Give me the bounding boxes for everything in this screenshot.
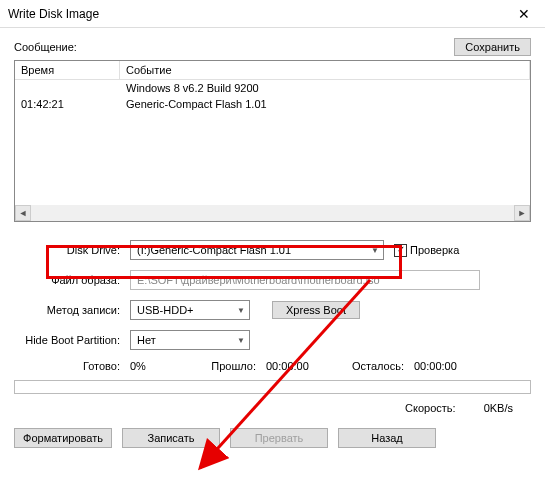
elapsed-label: Прошло: xyxy=(190,360,266,372)
chevron-down-icon: ▼ xyxy=(237,336,245,345)
elapsed-value: 00:00:00 xyxy=(266,360,342,372)
image-file-label: Файл образа: xyxy=(14,274,130,286)
image-file-value: E:\SOFT\драйвери\Motherboard\motherboard… xyxy=(137,274,380,286)
scroll-track[interactable] xyxy=(31,205,514,221)
verify-checkbox[interactable]: ✓ xyxy=(394,244,407,257)
write-method-value: USB-HDD+ xyxy=(137,304,194,316)
col-event-header: Событие xyxy=(120,61,530,79)
log-box: Время Событие Windows 8 v6.2 Build 9200 … xyxy=(14,60,531,222)
disk-drive-select[interactable]: (I:)Generic-Compact Flash 1.01 ▼ xyxy=(130,240,384,260)
write-method-label: Метод записи: xyxy=(14,304,130,316)
disk-drive-value: (I:)Generic-Compact Flash 1.01 xyxy=(137,244,291,256)
progress-bar xyxy=(14,380,531,394)
scroll-right-icon[interactable]: ► xyxy=(514,205,530,221)
hide-boot-value: Нет xyxy=(137,334,156,346)
log-cell-time: 01:42:21 xyxy=(15,96,120,112)
close-button[interactable]: ✕ xyxy=(503,0,545,28)
ready-label: Готово: xyxy=(14,360,130,372)
log-row: Windows 8 v6.2 Build 9200 xyxy=(15,80,530,96)
ready-value: 0% xyxy=(130,360,190,372)
scroll-left-icon[interactable]: ◄ xyxy=(15,205,31,221)
log-cell-event: Generic-Compact Flash 1.01 xyxy=(120,96,530,112)
chevron-down-icon: ▼ xyxy=(237,306,245,315)
message-label: Сообщение: xyxy=(14,41,77,53)
titlebar: Write Disk Image ✕ xyxy=(0,0,545,28)
verify-checkbox-wrap[interactable]: ✓ Проверка xyxy=(394,244,459,257)
write-method-select[interactable]: USB-HDD+ ▼ xyxy=(130,300,250,320)
xpress-boot-button[interactable]: Xpress Boot xyxy=(272,301,360,319)
log-cell-event: Windows 8 v6.2 Build 9200 xyxy=(120,80,530,96)
speed-label: Скорость: xyxy=(405,402,456,414)
speed-value: 0KB/s xyxy=(484,402,513,414)
remain-label: Осталось: xyxy=(342,360,414,372)
hide-boot-label: Hide Boot Partition: xyxy=(14,334,130,346)
log-row: 01:42:21 Generic-Compact Flash 1.01 xyxy=(15,96,530,112)
log-header: Время Событие xyxy=(15,61,530,80)
disk-drive-label: Disk Drive: xyxy=(14,244,130,256)
chevron-down-icon: ▼ xyxy=(371,246,379,255)
write-button[interactable]: Записать xyxy=(122,428,220,448)
close-icon: ✕ xyxy=(518,6,530,22)
back-button[interactable]: Назад xyxy=(338,428,436,448)
hide-boot-select[interactable]: Нет ▼ xyxy=(130,330,250,350)
image-file-input[interactable]: E:\SOFT\драйвери\Motherboard\motherboard… xyxy=(130,270,480,290)
col-time-header: Время xyxy=(15,61,120,79)
scrollbar-horizontal[interactable]: ◄ ► xyxy=(15,205,530,221)
format-button[interactable]: Форматировать xyxy=(14,428,112,448)
window-title: Write Disk Image xyxy=(8,7,99,21)
remain-value: 00:00:00 xyxy=(414,360,457,372)
verify-label: Проверка xyxy=(410,244,459,256)
log-cell-time xyxy=(15,80,120,96)
abort-button: Прервать xyxy=(230,428,328,448)
save-button[interactable]: Сохранить xyxy=(454,38,531,56)
